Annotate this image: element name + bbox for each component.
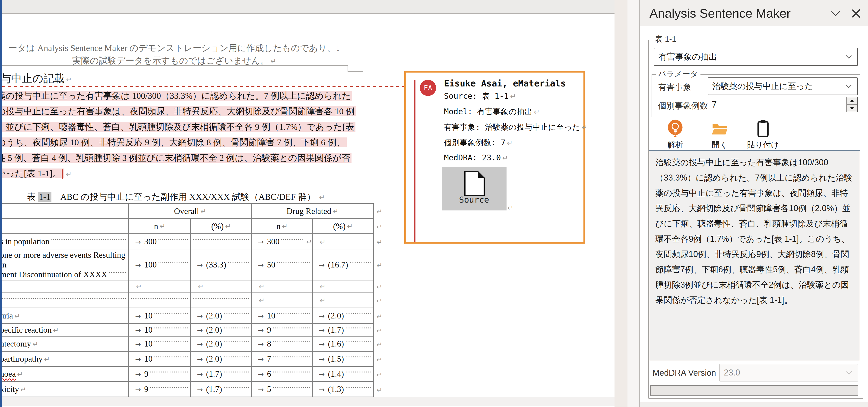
table-value-cell <box>191 292 252 308</box>
comment-line-count: 個別事象例数: 7 <box>444 137 513 148</box>
tab-leader <box>224 313 249 314</box>
panel-bottom-strip <box>640 402 868 407</box>
tab-leader <box>277 262 310 263</box>
paste-button[interactable]: 貼り付け <box>746 120 780 150</box>
chevron-down-icon <box>846 370 853 375</box>
generated-sentence-textarea[interactable]: 治験薬の投与中止に至った有害事象は100/300（33.3%）に認められた。7例… <box>649 150 860 361</box>
table-sub-header: n <box>252 219 313 234</box>
tab-leader <box>346 313 371 314</box>
count-value[interactable]: 7 <box>708 97 846 112</box>
count-stepper[interactable]: 7 <box>708 97 858 112</box>
table-value-cell <box>129 292 191 308</box>
vertical-scrollbar[interactable] <box>627 0 639 407</box>
table-value-cell: 6 <box>252 367 313 382</box>
paragraph-mark <box>506 204 514 212</box>
open-button[interactable]: 開く <box>706 120 733 150</box>
table-value-cell: 8 <box>252 337 313 352</box>
source-attachment[interactable]: Source <box>442 167 506 211</box>
tab-leader <box>277 313 310 314</box>
table-label-cell: oarthropathy <box>0 352 129 367</box>
tab-leader <box>154 356 188 357</box>
tab-leader <box>224 327 249 328</box>
meddra-version-label: MedDRA Version <box>652 368 716 378</box>
tab-leader <box>193 298 249 299</box>
table-label-cell: xicity <box>0 382 129 397</box>
table-value-cell: (1.7) <box>191 367 252 382</box>
table-sub-header: (%) <box>313 219 374 234</box>
comment-revision-line <box>414 80 415 242</box>
close-icon[interactable] <box>851 8 861 19</box>
tab-leader <box>346 341 371 342</box>
tab-leader <box>228 262 249 263</box>
tab-leader <box>346 327 371 328</box>
table-value-cell <box>313 280 374 292</box>
paragraph-mark <box>375 206 382 216</box>
paragraph-mark <box>305 237 312 246</box>
tab-leader <box>158 239 188 240</box>
table-value-cell <box>313 292 374 308</box>
open-button-label: 開く <box>712 139 728 150</box>
section-heading: 与中止の記載 <box>0 71 72 86</box>
table-label-cell: s in population <box>0 234 129 249</box>
comment-line-event: 有害事象: 治験薬の投与中止に至った <box>444 122 587 132</box>
analyze-button[interactable]: 解析 <box>662 120 689 150</box>
stepper-down-button[interactable] <box>847 104 857 112</box>
table-row-margin <box>374 352 384 367</box>
table-value-cell: 10 <box>129 337 191 352</box>
table-value-cell: (2.0) <box>191 352 252 367</box>
parameter-group-label: パラメータ <box>656 69 701 79</box>
table-row-margin <box>374 249 384 280</box>
document-top-strip <box>0 0 615 14</box>
table-value-cell: 50 <box>252 249 313 280</box>
panel-title: Analysis Sentence Maker <box>650 6 790 21</box>
table-label-cell: hoea <box>0 367 129 382</box>
textbox-border <box>0 65 348 66</box>
horizontal-scrollbar[interactable] <box>2 397 615 406</box>
table-value-cell: 9 <box>129 367 191 382</box>
event-label: 有害事象 <box>658 82 691 93</box>
table-value-cell: 7 <box>252 352 313 367</box>
textbox-border-notch <box>348 71 363 72</box>
table-group-label: 表 1-1 <box>652 34 679 44</box>
table-value-cell: 300 <box>129 234 191 249</box>
paragraph-mark <box>13 311 20 320</box>
table-group-header: Overall <box>129 203 252 219</box>
table-value-cell: (2.0) <box>191 308 252 324</box>
stepper-up-button[interactable] <box>847 97 857 104</box>
model-select[interactable]: 有害事象の抽出 <box>654 48 858 66</box>
tab-leader <box>281 239 303 240</box>
comment-line-model: Model: 有害事象の抽出 <box>444 106 540 117</box>
paragraph-mark <box>375 339 382 349</box>
table-value-cell: (1.5) <box>313 352 374 367</box>
tab-leader <box>154 327 188 328</box>
document-icon <box>464 171 485 196</box>
meddra-version-select[interactable]: 23.0 <box>719 364 858 381</box>
table-value-cell: 10 <box>129 308 191 324</box>
paste-button-label: 貼り付け <box>747 139 779 150</box>
paragraph-mark <box>257 295 265 305</box>
highlighted-text-line: のうち、夜間頻尿 10 例、非特異反応 9 例、大網切除 8 例、骨関節障害 7… <box>0 135 347 149</box>
paragraph-mark <box>52 325 59 335</box>
table-label-cell <box>0 280 129 292</box>
paragraph-mark <box>318 281 326 291</box>
paragraph-mark <box>257 281 265 291</box>
table-sub-header: n <box>129 219 191 234</box>
table-value-cell: 10 <box>252 308 313 324</box>
progress-bar <box>650 385 858 396</box>
field-shaded-number: 1-1 <box>38 192 52 201</box>
paragraph-mark <box>375 260 382 270</box>
table-value-cell: (2.0) <box>191 337 252 352</box>
table-value-cell: 300 <box>252 234 313 249</box>
table-value-cell: 10 <box>129 352 191 367</box>
tab-leader <box>346 372 371 372</box>
table-value-cell: (1.6) <box>313 337 374 352</box>
event-select[interactable]: 治験薬の投与中止に至った <box>708 77 858 95</box>
table-row-margin <box>374 367 384 382</box>
highlighted-text-line: 並びに下痢、聴器毒性、蒼白、乳頭腫切除及び末梢循環不全各 9 例（1.7%）であ… <box>0 120 355 133</box>
table-row-margin <box>374 219 384 234</box>
tab-leader <box>52 239 126 240</box>
tab-leader <box>273 356 310 357</box>
meddra-version-value: 23.0 <box>720 368 846 378</box>
table-value-cell: (2.0) <box>191 324 252 337</box>
chevron-down-icon[interactable] <box>831 8 841 19</box>
